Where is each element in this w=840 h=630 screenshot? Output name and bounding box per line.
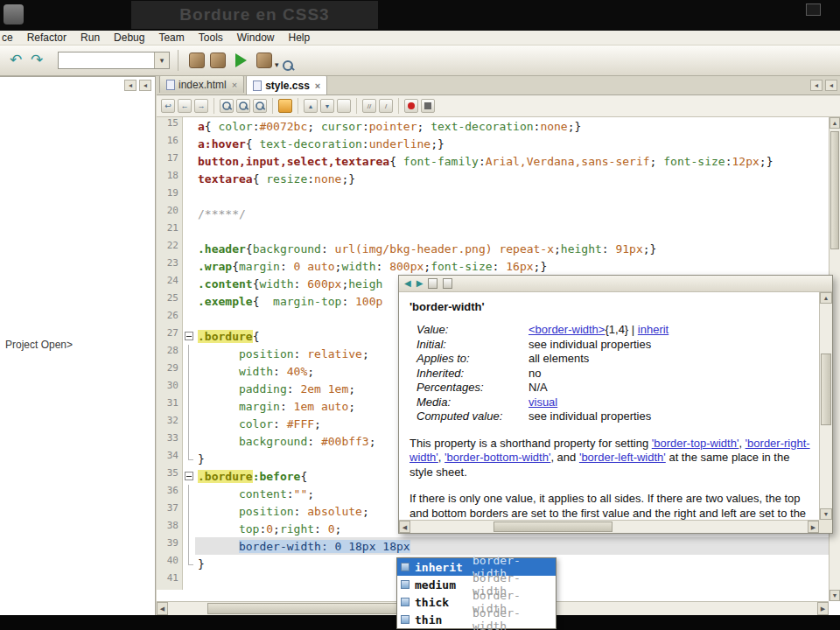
code-line-16[interactable]: 16a:hover{ text-decoration:underline;} (157, 135, 829, 152)
code-line-text: a:hover{ text-decoration:underline;} (195, 135, 829, 152)
menu-item-debug[interactable]: Debug (107, 32, 151, 44)
doc-vertical-scrollbar[interactable]: ▲ ▼ (819, 292, 832, 520)
dock-panel-icon[interactable] (139, 80, 151, 91)
doc-field-value: see individual properties (528, 410, 651, 424)
scroll-right-icon[interactable]: ▶ (817, 602, 829, 615)
undo-icon[interactable] (5, 50, 26, 71)
scroll-up-icon[interactable]: ▲ (830, 117, 840, 129)
menu-item-run[interactable]: Run (74, 32, 107, 44)
text-segment: ; (307, 365, 314, 378)
code-line-20[interactable]: 20/*****/ (157, 205, 829, 222)
run-project-icon[interactable] (235, 53, 247, 67)
text-segment: none (540, 120, 567, 133)
doc-link[interactable]: inherit (638, 323, 668, 336)
fold-toggle-icon[interactable] (183, 327, 195, 345)
clean-build-icon[interactable] (210, 52, 226, 68)
doc-forward-icon[interactable] (416, 276, 424, 291)
find-selection-icon[interactable] (221, 101, 233, 112)
debug-project-icon[interactable] (256, 52, 272, 68)
last-edit-icon[interactable] (161, 99, 175, 113)
scroll-down-icon[interactable]: ▼ (830, 590, 840, 601)
doc-scroll-up-icon[interactable]: ▲ (820, 292, 832, 304)
fold-margin (183, 117, 195, 135)
doc-horizontal-scrollbar[interactable]: ◀ ▶ (399, 520, 819, 533)
menu-item-help[interactable]: Help (281, 32, 317, 44)
text-segment: 0 (328, 522, 335, 536)
doc-scroll-right-icon[interactable]: ▶ (808, 521, 819, 533)
doc-external-browser-icon[interactable] (443, 278, 452, 289)
tab-close-icon[interactable]: × (315, 81, 320, 90)
scroll-left-icon[interactable]: ◀ (157, 602, 168, 615)
text-segment: N/A (528, 381, 548, 394)
maximize-editor-icon[interactable] (825, 80, 837, 91)
code-line-17[interactable]: 17button,input,select,textarea{ font-fam… (157, 152, 829, 170)
doc-link[interactable]: 'border-top-width' (652, 437, 739, 450)
doc-link[interactable]: <border-width> (528, 323, 605, 336)
menu-item-team[interactable]: Team (151, 32, 191, 44)
code-line-23[interactable]: 23.wrap{margin: 0 auto;width: 800px;font… (157, 257, 829, 275)
tab-close-icon[interactable]: × (232, 80, 237, 89)
css-value-icon (401, 598, 410, 606)
doc-link[interactable]: visual (528, 396, 557, 409)
quick-search-combo[interactable] (58, 52, 170, 69)
text-segment: 100p (355, 295, 382, 308)
doc-scroll-corner (819, 520, 832, 533)
tab-style.css[interactable]: style.css× (246, 75, 327, 94)
redo-icon[interactable] (26, 50, 47, 71)
doc-horizontal-scroll-thumb[interactable] (494, 522, 612, 532)
jump-forward-icon[interactable] (194, 99, 208, 113)
doc-back-icon[interactable] (404, 276, 411, 291)
doc-link[interactable]: 'border-left-width' (579, 451, 666, 464)
code-line-text: /*****/ (195, 205, 829, 222)
previous-bookmark-icon[interactable] (304, 99, 318, 113)
text-segment: : (376, 260, 390, 273)
doc-title: 'border-width' (410, 300, 814, 313)
doc-link[interactable]: 'border-bottom-width' (444, 451, 550, 464)
find-previous-icon[interactable] (255, 101, 266, 112)
jump-back-icon[interactable] (178, 99, 192, 113)
minimize-panel-icon[interactable] (124, 80, 136, 91)
completion-item-thin[interactable]: thinborder-width (397, 611, 556, 628)
menu-item-tools[interactable]: Tools (192, 32, 230, 44)
doc-vertical-scroll-thumb[interactable] (821, 354, 831, 425)
menu-item-refactor[interactable]: Refactor (20, 32, 74, 44)
code-line-22[interactable]: 22.header{background: url(img/bkg-header… (157, 240, 829, 257)
code-line-15[interactable]: 15a{ color:#0072bc; cursor:pointer; text… (157, 117, 829, 135)
horizontal-scroll-thumb[interactable] (207, 603, 410, 614)
text-segment: ; (273, 522, 280, 536)
search-icon[interactable] (281, 59, 295, 73)
macro-record-icon[interactable] (404, 99, 418, 113)
doc-field-value: <border-width>{1,4} | inherit (528, 323, 668, 338)
menu-item-window[interactable]: Window (230, 32, 282, 44)
tab-index.html[interactable]: index.html× (159, 75, 244, 93)
fold-margin (183, 415, 195, 432)
text-segment: .exemple (198, 295, 253, 308)
text-segment: 0 (266, 522, 273, 536)
code-line-19[interactable]: 19 (157, 187, 829, 205)
toggle-highlight-icon[interactable] (278, 99, 292, 113)
toggle-bookmark-icon[interactable] (337, 99, 351, 113)
next-bookmark-icon[interactable] (320, 99, 334, 113)
text-segment: , (438, 451, 444, 464)
doc-scroll-down-icon[interactable]: ▼ (820, 508, 832, 520)
doc-field-value: all elements (528, 352, 589, 367)
code-line-text: textarea{ resize:none;} (195, 170, 829, 187)
code-line-21[interactable]: 21 (157, 222, 829, 240)
fold-toggle-icon[interactable] (183, 467, 195, 485)
doc-show-icon[interactable] (428, 278, 438, 289)
menu-item-ce[interactable]: ce (0, 32, 20, 44)
build-project-icon[interactable] (189, 52, 205, 68)
code-line-18[interactable]: 18textarea{ resize:none;} (157, 170, 829, 187)
uncomment-icon[interactable] (379, 99, 393, 113)
vertical-scroll-thumb[interactable] (830, 131, 839, 249)
text-segment: ;} (568, 120, 582, 133)
text-segment: ; (417, 120, 431, 133)
comment-icon[interactable] (362, 99, 376, 113)
text-segment: none (314, 172, 341, 186)
macro-stop-icon[interactable] (421, 99, 435, 113)
code-line-39[interactable]: 39 border-width: 0 18px 18px (157, 537, 829, 555)
doc-scroll-left-icon[interactable]: ◀ (399, 521, 410, 533)
find-next-icon[interactable] (238, 101, 249, 112)
text-segment: { (246, 137, 260, 150)
tab-list-icon[interactable] (810, 80, 822, 91)
